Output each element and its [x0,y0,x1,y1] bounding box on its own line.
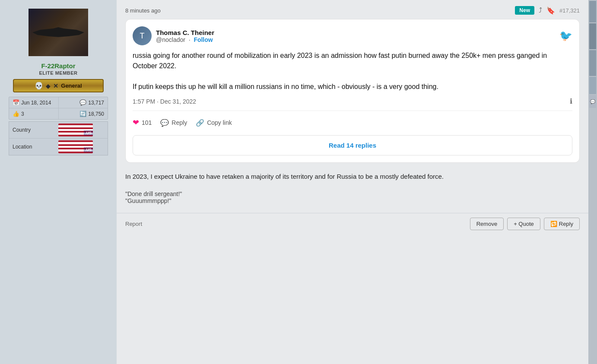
thumbsup-icon: 👍 [13,111,19,117]
avatar-initial: T [140,32,145,41]
location-label: Location [9,140,44,153]
avatar [29,9,88,56]
join-date: Jun 18, 2014 [21,100,51,106]
follow-button[interactable]: Follow [194,36,213,43]
remove-button[interactable]: Remove [470,218,504,230]
reply-bubble-icon: 💬 [160,119,169,127]
tweet-embed: T Thomas C. Theiner @noclador · Follow 🐦… [125,19,580,163]
tweet-timestamp: 1:57 PM · Dec 31, 2022 ℹ [133,97,572,105]
tweet-reply-label: Reply [171,119,187,126]
thumb-2 [589,23,596,49]
tweet-time: 1:57 PM · Dec 31, 2022 [133,98,196,105]
tweet-user: T Thomas C. Theiner @noclador · Follow [133,26,214,45]
location-flag: .US [44,139,108,155]
tweet-reply-action[interactable]: 💬 Reply [160,119,187,127]
read-replies-button[interactable]: Read 14 replies [133,135,572,155]
reactions-given: 3 [21,111,24,117]
tweet-body-line2: If putin keeps this up he will kill a mi… [133,82,572,92]
tweet-body-line1: russia going for another round of mobili… [133,51,572,71]
heart-icon: ❤ [133,118,139,127]
reply-label: Reply [559,221,573,227]
username[interactable]: F-22Raptor [41,62,75,70]
user-rank: ELITE MEMBER [39,70,77,76]
location-code: .US [84,147,93,152]
post-content: In 2023, I expect Ukraine to have retake… [117,167,588,186]
quote-line2: "Guuummmppp!" [125,197,580,204]
x-icon: ✕ [53,82,58,89]
tweet-likes: 101 [142,119,152,126]
main-content: 8 minutes ago New ⤴ 🔖 #17,321 T Thomas C… [117,0,588,364]
skull-icon: 💀 [35,82,43,90]
tweet-copy-link: Copy link [207,119,232,126]
post-time: 8 minutes ago [125,7,161,14]
tweet-body: russia going for another round of mobili… [133,51,572,92]
reaction-received-icon: 🔄 [79,111,86,117]
post-number: #17,321 [559,7,580,14]
user-info: Country .US Location [9,121,108,155]
new-badge: New [515,6,534,15]
diamond-icon: ◆ [46,82,51,89]
message-icon: 💬 [79,99,86,106]
post-quotes: "Done drill sergeant!" "Guuummmppp!" [117,186,588,209]
right-sidebar: 💬 [588,0,597,364]
post-footer: Report Remove + Quote 🔁 Reply [117,213,588,234]
tweet-avatar: T [133,26,152,45]
report-link[interactable]: Report [125,221,142,227]
chat-icon-right[interactable]: 💬 [589,95,596,108]
footer-buttons: Remove + Quote 🔁 Reply [470,218,580,230]
post-actions: New ⤴ 🔖 #17,321 [515,6,580,15]
tweet-handle: @noclador [156,36,185,43]
message-count: 13,717 [88,100,104,106]
reply-icon: 🔁 [550,221,557,227]
reply-button[interactable]: 🔁 Reply [544,218,580,230]
thumb-4 [589,77,596,94]
rank-badge: 💀 ◆ ✕ General [13,79,104,92]
info-icon[interactable]: ℹ [570,97,572,105]
share-icon[interactable]: ⤴ [539,6,542,14]
aircraft-image [32,19,84,45]
tweet-like-action[interactable]: ❤ 101 [133,118,152,127]
post-body: In 2023, I expect Ukraine to have retake… [125,171,580,182]
tweet-actions: ❤ 101 💬 Reply 🔗 Copy link [133,114,572,131]
thumb-1 [589,1,596,22]
link-icon: 🔗 [196,119,204,127]
badge-text: General [61,82,82,89]
tweet-author-name: Thomas C. Theiner [156,29,214,36]
quote-line1: "Done drill sergeant!" [125,190,580,197]
post-header: 8 minutes ago New ⤴ 🔖 #17,321 [117,0,588,19]
tweet-copy-link-action[interactable]: 🔗 Copy link [196,119,232,127]
calendar-icon: 📅 [13,99,19,106]
bookmark-icon[interactable]: 🔖 [546,6,555,15]
country-label: Country [9,123,44,136]
country-flag: .US [44,122,108,138]
country-code: .US [84,130,93,136]
sidebar: F-22Raptor ELITE MEMBER 💀 ◆ ✕ General 📅 … [0,0,117,364]
thumb-3 [589,50,596,76]
user-stats: 📅 Jun 18, 2014 💬 13,717 👍 3 🔄 18,750 [9,97,108,120]
twitter-bird-icon: 🐦 [559,30,572,42]
quote-button[interactable]: + Quote [507,218,540,230]
reactions-received: 18,750 [88,111,104,117]
